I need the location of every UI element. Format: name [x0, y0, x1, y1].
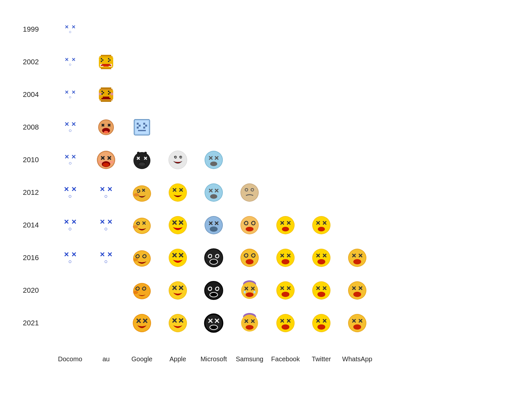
- svg-rect-28: [109, 92, 111, 93]
- cell-2016-microsoft: [196, 241, 232, 274]
- row-2016: 2016 ✕ ✕ ○ ✕ ✕ ○: [20, 241, 502, 274]
- svg-rect-47: [143, 123, 145, 125]
- fb-2016-emoji: [275, 248, 296, 268]
- svg-point-222: [169, 315, 186, 332]
- header-apple: Apple: [160, 346, 196, 366]
- cell-2020-samsung: [232, 274, 268, 307]
- samsung-2014-emoji: [239, 215, 260, 235]
- cell-2004-apple: [160, 78, 196, 111]
- row-2012: 2012 ✕ ✕ ○ ✕ ✕ ○: [20, 176, 502, 209]
- cell-2014-au: ✕ ✕ ○: [88, 209, 124, 241]
- cell-2020-microsoft: [196, 274, 232, 307]
- cell-2010-whatsapp: [339, 144, 375, 176]
- google-2012-emoji: [132, 182, 152, 203]
- svg-rect-12: [101, 65, 111, 66]
- cell-2002-au: [88, 46, 124, 78]
- ms-2016-emoji: [204, 248, 224, 268]
- cell-2021-whatsapp: [339, 307, 375, 339]
- cell-2010-microsoft: [196, 144, 232, 176]
- svg-point-151: [246, 259, 253, 264]
- google-2010-emoji: [132, 150, 152, 170]
- header-whatsapp: WhatsApp: [339, 346, 375, 366]
- cell-2012-samsung: [232, 176, 268, 209]
- cell-2004-google: [124, 78, 160, 111]
- svg-rect-0: [101, 55, 111, 56]
- tw-2020-emoji: [311, 280, 331, 301]
- au-2002-pixel: [98, 54, 115, 70]
- svg-rect-9: [109, 59, 111, 61]
- svg-rect-29: [108, 93, 109, 95]
- au-2004-pixel: [98, 86, 115, 103]
- cell-2012-au: ✕ ✕ ○: [88, 176, 124, 209]
- svg-rect-26: [101, 93, 103, 95]
- cell-2004-whatsapp: [339, 78, 375, 111]
- cell-2008-apple: [160, 111, 196, 144]
- ms-2012-emoji: [204, 182, 224, 203]
- svg-rect-19: [101, 87, 111, 89]
- cell-2002-apple: [160, 46, 196, 78]
- svg-rect-45: [139, 125, 141, 127]
- apple-2021-emoji: [168, 313, 188, 333]
- cell-2004-facebook: [268, 78, 303, 111]
- svg-rect-23: [111, 93, 113, 95]
- svg-rect-22: [99, 93, 101, 95]
- cell-2004-microsoft: [196, 78, 232, 111]
- svg-point-73: [174, 156, 176, 158]
- header-docomo: Docomo: [52, 346, 88, 366]
- svg-point-41: [104, 131, 108, 133]
- fb-2014-emoji: [275, 215, 296, 235]
- samsung-2021-emoji: [239, 313, 260, 333]
- svg-rect-24: [101, 91, 103, 92]
- cell-2014-docomo: ✕ ✕ ○: [52, 209, 88, 241]
- svg-point-216: [133, 315, 150, 332]
- svg-point-122: [246, 227, 253, 231]
- header-twitter: Twitter: [303, 346, 339, 366]
- au-2008-pixel: [97, 118, 115, 136]
- cell-2012-microsoft: [196, 176, 232, 209]
- cell-2012-docomo: ✕ ✕ ○: [52, 176, 88, 209]
- cell-2008-docomo: ✕ ✕ ○: [52, 111, 88, 144]
- year-2020: 2020: [20, 274, 52, 307]
- cell-1999-microsoft: [196, 13, 232, 46]
- chart-container: 1999 ✕ ✕ ○ 2002 ✕ ✕: [0, 0, 522, 392]
- cell-2014-google: [124, 209, 160, 241]
- svg-point-141: [169, 249, 186, 266]
- svg-point-148: [210, 259, 218, 264]
- svg-rect-7: [101, 61, 102, 62]
- cell-2010-apple: [160, 144, 196, 176]
- header-au: au: [88, 346, 124, 366]
- cell-2014-whatsapp: [339, 209, 375, 241]
- svg-point-139: [133, 258, 138, 261]
- wa-2016-emoji: [347, 248, 367, 268]
- cell-2014-microsoft: [196, 209, 232, 241]
- cell-2008-twitter: [303, 111, 339, 144]
- svg-point-64: [137, 152, 140, 154]
- cell-1999-samsung: [232, 13, 268, 46]
- year-2012: 2012: [20, 176, 52, 209]
- year-2010: 2010: [20, 144, 52, 176]
- cell-2008-samsung: [232, 111, 268, 144]
- cell-2014-apple: [160, 209, 196, 241]
- google-2021-emoji: [132, 313, 152, 333]
- svg-point-240: [246, 325, 253, 330]
- row-2021: 2021: [20, 307, 502, 339]
- svg-point-72: [169, 151, 187, 169]
- cell-2002-microsoft: [196, 46, 232, 78]
- svg-rect-46: [137, 127, 139, 129]
- tw-2016-emoji: [311, 248, 331, 268]
- apple-2012-emoji: [168, 182, 188, 203]
- row-1999: 1999 ✕ ✕ ○: [20, 13, 502, 46]
- column-headers: Docomo au Google Apple Microsoft Samsung…: [20, 346, 502, 366]
- cell-2010-samsung: [232, 144, 268, 176]
- year-2008: 2008: [20, 111, 52, 144]
- cell-2002-samsung: [232, 46, 268, 78]
- svg-point-261: [353, 324, 361, 330]
- apple-2016-emoji: [168, 248, 188, 268]
- cell-2021-apple: [160, 307, 196, 339]
- year-2004: 2004: [20, 78, 52, 111]
- svg-point-191: [244, 291, 246, 293]
- cell-2002-google: [124, 46, 160, 78]
- svg-rect-44: [137, 123, 139, 125]
- svg-point-88: [169, 184, 186, 201]
- cell-2016-facebook: [268, 241, 303, 274]
